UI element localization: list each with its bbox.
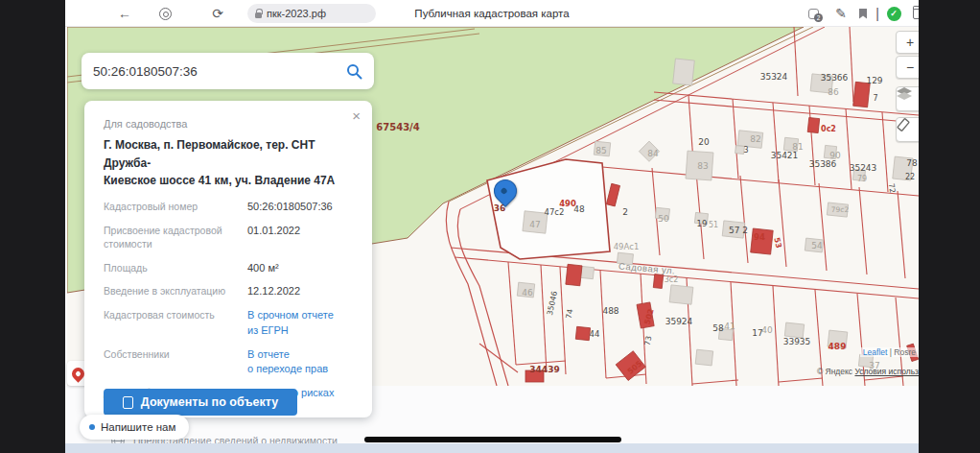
ruler-icon bbox=[897, 118, 910, 131]
protect-check-icon[interactable]: ✓ bbox=[882, 0, 905, 27]
bottom-strip bbox=[65, 443, 919, 453]
attribute-label: Собственники bbox=[104, 347, 247, 377]
attribute-label: Кадастровая стоимость bbox=[104, 308, 247, 338]
bookmark-icon[interactable] bbox=[853, 0, 873, 27]
measure-button[interactable] bbox=[896, 117, 919, 142]
profile-icon[interactable] bbox=[155, 0, 175, 27]
attribute-row: Кадастровая стоимостьВ срочном отчете из… bbox=[104, 308, 357, 338]
zoom-out-button[interactable]: − bbox=[896, 56, 919, 79]
tabs-icon[interactable] bbox=[907, 0, 919, 27]
home-indicator bbox=[364, 437, 621, 442]
back-icon[interactable]: ← bbox=[113, 0, 136, 27]
reload-icon[interactable]: ⟳ bbox=[207, 0, 228, 27]
layers-icon bbox=[897, 87, 912, 101]
search-bar[interactable]: 50:26:0180507:36 bbox=[82, 53, 374, 89]
url-text: пкк-2023.рф bbox=[267, 8, 326, 19]
document-icon bbox=[123, 396, 133, 409]
attribute-value: 400 м² bbox=[247, 261, 279, 275]
parcel-attributes: Кадастровый номер50:26:0180507:36Присвое… bbox=[104, 200, 357, 401]
chat-dot-icon bbox=[89, 424, 95, 430]
documents-button[interactable]: Документы по объекту bbox=[104, 389, 297, 416]
zoom-in-button[interactable]: + bbox=[896, 31, 919, 54]
attribute-value: 50:26:0180507:36 bbox=[247, 200, 333, 214]
toolbar-divider: | bbox=[875, 0, 880, 27]
attribute-row: Присвоение кадастровой стоимости01.01.20… bbox=[104, 224, 357, 251]
browser-toolbar: ← ⟳ пкк-2023.рф Публичная кадастровая ка… bbox=[65, 0, 919, 27]
chat-label: Напишите нам bbox=[101, 421, 175, 433]
parcel-address: Г. Москва, п. Первомайское, тер. СНТ Дру… bbox=[104, 136, 357, 190]
lock-icon bbox=[255, 12, 262, 18]
search-input[interactable]: 50:26:0180507:36 bbox=[93, 64, 346, 79]
attribute-value: 12.12.2022 bbox=[247, 284, 300, 298]
search-icon[interactable] bbox=[346, 63, 362, 80]
chat-widget[interactable]: Напишите нам bbox=[80, 415, 189, 440]
layers-button[interactable] bbox=[896, 86, 919, 111]
attribute-label: Кадастровый номер bbox=[104, 200, 247, 214]
attribute-row: Кадастровый номер50:26:0180507:36 bbox=[104, 200, 357, 214]
attribute-value-link[interactable]: В отчете о переходе прав bbox=[247, 347, 328, 377]
attribute-label: Присвоение кадастровой стоимости bbox=[104, 224, 247, 251]
map-attribution-yandex: © Яндекс Условия использ bbox=[817, 367, 919, 376]
attribute-row: Введение в эксплуатацию12.12.2022 bbox=[104, 284, 357, 298]
parcel-info-panel: × Для садоводства Г. Москва, п. Первомай… bbox=[84, 101, 372, 417]
attribute-label: Введение в эксплуатацию bbox=[104, 284, 247, 298]
attribute-label: Площадь bbox=[104, 261, 247, 275]
page-title: Публичная кадастровая карта bbox=[414, 0, 569, 27]
land-category: Для садоводства bbox=[104, 118, 357, 130]
address-bar[interactable]: пкк-2023.рф bbox=[247, 4, 376, 23]
extensions-icon[interactable]: 2 bbox=[802, 0, 825, 27]
map-attribution-leaflet: Leaflet | Rosre bbox=[860, 347, 919, 357]
phone-screenshot: ← ⟳ пкк-2023.рф Публичная кадастровая ка… bbox=[65, 0, 919, 453]
edit-icon[interactable]: ✎ bbox=[830, 0, 852, 27]
attribute-value-link[interactable]: В срочном отчете из ЕГРН bbox=[247, 308, 334, 338]
attribute-value: 01.01.2022 bbox=[247, 224, 300, 251]
yandex-terms-link[interactable]: Условия использ bbox=[854, 367, 919, 376]
leaflet-link[interactable]: Leaflet bbox=[863, 347, 888, 357]
extensions-badge: 2 bbox=[814, 13, 823, 22]
close-icon[interactable]: × bbox=[352, 108, 361, 123]
attribute-row: Площадь400 м² bbox=[104, 261, 357, 275]
attribute-row: СобственникиВ отчете о переходе прав bbox=[104, 347, 357, 377]
